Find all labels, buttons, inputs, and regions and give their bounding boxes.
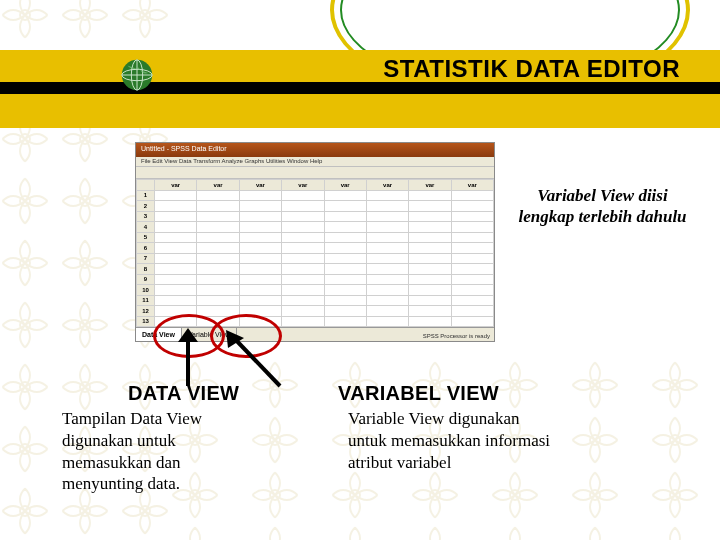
caption-variable-view-first: Variabel View diisi lengkap terlebih dah… — [515, 185, 690, 228]
arrow-to-variable-view — [220, 326, 290, 390]
spss-screenshot: Untitled - SPSS Data Editor File Edit Vi… — [135, 142, 495, 342]
heading-variable-view: VARIABEL VIEW — [338, 382, 499, 405]
toolbar — [136, 167, 494, 179]
svg-marker-59 — [178, 328, 198, 342]
globe-icon — [118, 56, 156, 94]
body-variable-view: Variable View digunakan untuk memasukkan… — [348, 408, 558, 473]
slide-title: STATISTIK DATA EDITOR — [383, 55, 680, 83]
body-data-view: Tampilan Data View digunakan untuk memas… — [62, 408, 262, 495]
spreadsheet-grid: varvarvarvarvarvarvarvar for(let i=0;i<1… — [136, 179, 494, 327]
window-titlebar: Untitled - SPSS Data Editor — [136, 143, 494, 157]
arrow-to-data-view — [168, 328, 208, 388]
status-text: SPSS Processor is ready — [423, 333, 490, 339]
svg-line-60 — [232, 336, 280, 386]
menubar: File Edit View Data Transform Analyze Gr… — [136, 157, 494, 167]
